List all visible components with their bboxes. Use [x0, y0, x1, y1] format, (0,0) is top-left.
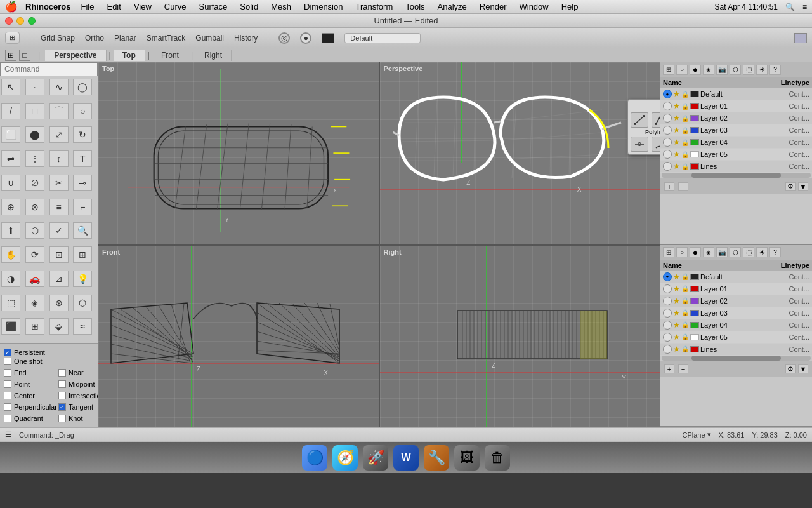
- layer-row-05-bottom[interactable]: ★ 🔒 Layer 05 Cont...: [660, 331, 812, 344]
- layer04-color-swatch[interactable]: [690, 139, 699, 145]
- b-remove-layer-button[interactable]: −: [678, 364, 688, 373]
- arc-tool[interactable]: ⌒: [49, 103, 69, 119]
- viewport-square-icon[interactable]: □: [19, 50, 30, 61]
- boolean-diff[interactable]: ∅: [25, 175, 44, 191]
- layer-selector[interactable]: Default: [344, 33, 421, 43]
- bottom-panel-help-icon[interactable]: ?: [769, 247, 781, 257]
- layer02-color-swatch[interactable]: [690, 115, 699, 121]
- layer05-circle[interactable]: [663, 150, 672, 159]
- top-panel-scrollbar-thumb[interactable]: [691, 173, 781, 178]
- trim-tool[interactable]: ✂: [49, 175, 69, 191]
- lines-circle[interactable]: [663, 162, 672, 171]
- menu-dimension[interactable]: Dimension: [301, 2, 345, 11]
- viewport-top[interactable]: Top Y X: [98, 62, 379, 244]
- viewport-full-circle[interactable]: ●: [300, 32, 311, 44]
- layer-settings-button[interactable]: ⚙: [785, 182, 796, 191]
- extrude-tool[interactable]: ⬆: [1, 222, 20, 239]
- dock-photos[interactable]: 🖼: [454, 445, 480, 471]
- layer-row-05-top[interactable]: ★ 🔒 Layer 05 Cont...: [660, 149, 812, 161]
- arc-btn[interactable]: [652, 137, 660, 152]
- menu-curve[interactable]: Curve: [162, 2, 189, 11]
- lights-icon[interactable]: ◈: [703, 65, 714, 75]
- layer-row-lines-bottom[interactable]: ★ 🔒 Lines Cont...: [660, 344, 812, 356]
- render-settings-icon[interactable]: 📷: [716, 65, 728, 75]
- cplane-tool[interactable]: ⬚: [1, 295, 20, 311]
- b-layer04-circle[interactable]: [663, 321, 672, 330]
- default-color-swatch[interactable]: [690, 91, 699, 97]
- grid-snap-button[interactable]: Grid Snap: [41, 34, 75, 43]
- minimize-button[interactable]: [16, 17, 24, 25]
- layer-row-04-bottom[interactable]: ★ 🔒 Layer 04 Cont...: [660, 319, 812, 331]
- mesh-tool[interactable]: ⊿: [49, 271, 69, 287]
- snap-center[interactable]: Center: [4, 392, 57, 399]
- quadrant-checkbox[interactable]: [4, 415, 11, 422]
- line-btn-1[interactable]: [631, 112, 648, 128]
- b-lines-circle[interactable]: [663, 345, 672, 354]
- command-input[interactable]: [0, 62, 98, 76]
- layer-row-02-top[interactable]: ★ 🔒 Layer 02 Cont...: [660, 112, 812, 124]
- surface-tool[interactable]: ⬜: [1, 126, 20, 143]
- shade-tool[interactable]: ◑: [1, 271, 20, 287]
- add-layer-button[interactable]: +: [664, 182, 674, 191]
- one-shot-snap-row[interactable]: One shot: [4, 358, 94, 365]
- rectangle-tool[interactable]: □: [25, 103, 44, 119]
- materials-icon[interactable]: ◆: [690, 65, 701, 75]
- environment-icon[interactable]: ⬡: [730, 65, 741, 75]
- split-tool[interactable]: ⊸: [73, 175, 92, 191]
- circle-tool[interactable]: ○: [73, 103, 92, 119]
- snap-tangent[interactable]: ✓ Tangent: [58, 403, 98, 411]
- tab-top[interactable]: Top: [114, 50, 145, 61]
- dock-finder[interactable]: 🔵: [302, 445, 327, 471]
- layer-row-default-top[interactable]: ● ★ 🔒 Default Cont...: [660, 88, 812, 100]
- explode-tool[interactable]: ⊗: [25, 199, 44, 215]
- rotate-tool[interactable]: ↻: [73, 126, 92, 143]
- right-panel-toggle[interactable]: [794, 33, 807, 43]
- viewport-right[interactable]: Right Z Y: [380, 246, 660, 428]
- analyze-tool[interactable]: ⊞: [25, 318, 44, 335]
- dock-trash[interactable]: 🗑: [485, 445, 510, 471]
- b-layer05-color-swatch[interactable]: [690, 334, 699, 340]
- sphere-tool[interactable]: ⬤: [25, 126, 44, 143]
- b-layer-settings-arrow[interactable]: ▼: [798, 364, 808, 373]
- b-layer03-circle[interactable]: [663, 309, 672, 318]
- layer01-circle[interactable]: [663, 102, 672, 110]
- bottom-environment-icon[interactable]: ⬡: [730, 247, 741, 257]
- menu-analyze[interactable]: Analyze: [435, 2, 469, 11]
- intersection-checkbox[interactable]: [58, 392, 66, 399]
- worksession[interactable]: ⊛: [49, 295, 69, 311]
- extra-tools[interactable]: ⬡: [73, 295, 92, 311]
- zoom-box-tool[interactable]: ⊡: [49, 246, 69, 263]
- line-tool[interactable]: /: [1, 103, 20, 119]
- zoom-all-tool[interactable]: ⊞: [73, 246, 92, 263]
- dock-safari[interactable]: 🧭: [332, 445, 358, 471]
- b-layer-settings-button[interactable]: ⚙: [785, 364, 796, 373]
- sun-icon[interactable]: ☀: [756, 65, 768, 75]
- b-add-layer-button[interactable]: +: [664, 364, 674, 373]
- point-tool[interactable]: ·: [25, 79, 44, 95]
- snap-end[interactable]: End: [4, 369, 57, 377]
- boolean-union[interactable]: ∪: [1, 175, 20, 191]
- select-tool[interactable]: ↖: [1, 79, 20, 95]
- solid-edit[interactable]: ⬛: [1, 318, 20, 335]
- b-layer01-circle[interactable]: [663, 284, 672, 293]
- layer-row-03-top[interactable]: ★ 🔒 Layer 03 Cont...: [660, 124, 812, 137]
- menu-transform[interactable]: Transform: [353, 2, 395, 11]
- bottom-ground-plane-icon[interactable]: ⬚: [743, 247, 754, 257]
- layer03-circle[interactable]: [663, 126, 672, 135]
- tab-perspective[interactable]: Perspective: [45, 50, 106, 61]
- persistent-checkbox[interactable]: ✓: [4, 349, 11, 356]
- layer03-color-swatch[interactable]: [690, 127, 699, 133]
- planar-button[interactable]: Planar: [114, 34, 136, 43]
- layers-icon[interactable]: ⊞: [663, 65, 674, 75]
- lines-color-swatch[interactable]: [690, 163, 699, 170]
- layer-row-02-bottom[interactable]: ★ 🔒 Layer 02 Cont...: [660, 295, 812, 307]
- b-default-color-swatch[interactable]: [690, 274, 699, 280]
- menu-view[interactable]: View: [131, 2, 154, 11]
- b-layer02-circle[interactable]: [663, 297, 672, 305]
- persistent-snap-row[interactable]: ✓ Persistent: [4, 349, 94, 356]
- layer05-color-swatch[interactable]: [690, 151, 699, 157]
- text-tool[interactable]: T: [73, 150, 92, 167]
- end-checkbox[interactable]: [4, 369, 11, 377]
- default-active-circle[interactable]: ●: [663, 90, 672, 98]
- pan-tool[interactable]: ✋: [1, 246, 20, 263]
